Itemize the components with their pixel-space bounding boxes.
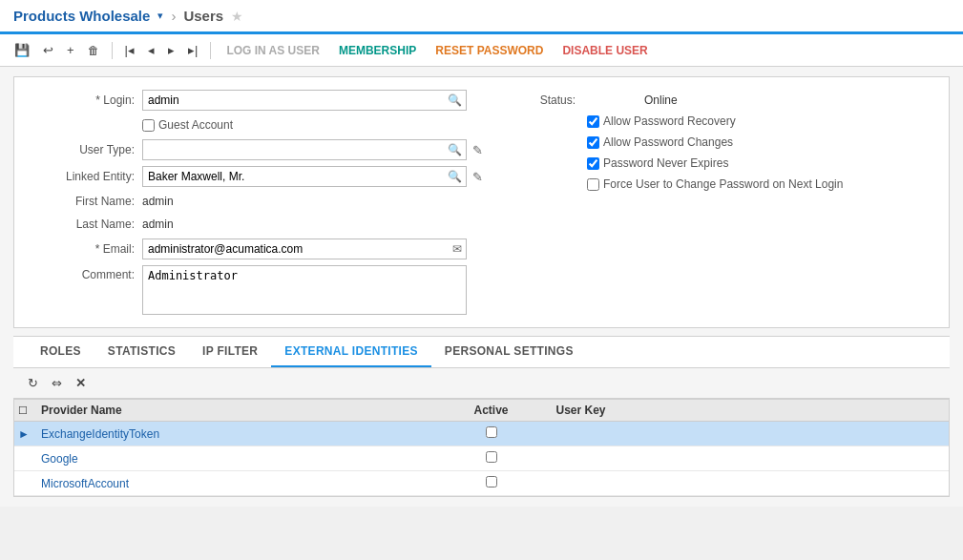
- password-never-expires-checkbox[interactable]: [587, 157, 599, 170]
- last-record-button[interactable]: ▸|: [183, 40, 202, 60]
- status-label: Status:: [511, 93, 587, 107]
- grid-selector-icon: ☐: [18, 404, 28, 416]
- grid-header-active: Active: [434, 404, 549, 417]
- top-bar: Products Wholesale ▾ › Users ★: [0, 0, 963, 34]
- linked-entity-input[interactable]: [143, 167, 444, 186]
- allow-password-changes-label[interactable]: Allow Password Changes: [603, 135, 733, 149]
- guest-account-label[interactable]: Guest Account: [158, 118, 233, 132]
- dropdown-arrow-icon[interactable]: ▾: [157, 10, 163, 22]
- add-icon: +: [67, 43, 74, 57]
- comment-textarea[interactable]: Administrator: [142, 265, 467, 315]
- row-active-checkbox-microsoft[interactable]: [486, 476, 497, 487]
- grid-fit-button[interactable]: ⇔: [47, 373, 67, 393]
- next-record-button[interactable]: ▸: [163, 40, 179, 60]
- first-record-button[interactable]: |◂: [120, 40, 139, 60]
- allow-password-changes-checkbox[interactable]: [587, 136, 599, 149]
- last-name-label: Last Name:: [28, 218, 142, 231]
- user-type-row: User Type: 🔍 ✎: [14, 136, 492, 163]
- grid-wrapper: ☐ Provider Name Active User Key ► Exchan…: [13, 399, 950, 497]
- fit-icon: ⇔: [52, 376, 62, 390]
- next-icon: ▸: [168, 43, 175, 57]
- grid-area: ☐ Provider Name Active User Key ► Exchan…: [13, 399, 950, 497]
- tab-personal-settings[interactable]: PERSONAL SETTINGS: [431, 337, 587, 367]
- row-active-microsoft: [434, 476, 549, 490]
- tab-statistics[interactable]: STATISTICS: [94, 337, 189, 367]
- table-row: Google: [14, 446, 949, 471]
- row-provider-exchange[interactable]: ExchangeIdentityToken: [33, 427, 434, 441]
- undo-icon: ↩: [43, 43, 53, 57]
- linked-entity-row: Linked Entity: 🔍 ✎: [14, 163, 492, 190]
- status-value: Online: [644, 93, 843, 107]
- force-change-password-checkbox[interactable]: [587, 178, 599, 191]
- tab-roles[interactable]: ROLES: [27, 337, 94, 367]
- tab-ip-filter[interactable]: IP FILTER: [189, 337, 271, 367]
- row-provider-google[interactable]: Google: [33, 452, 434, 466]
- row-active-checkbox-google[interactable]: [486, 451, 497, 463]
- reset-password-button[interactable]: RESET PASSWORD: [428, 41, 551, 60]
- tab-external-identities[interactable]: EXTERNAL IDENTITIES: [271, 337, 431, 367]
- force-change-password-label[interactable]: Force User to Change Password on Next Lo…: [603, 177, 843, 191]
- login-search-button[interactable]: 🔍: [444, 92, 466, 109]
- membership-button[interactable]: MEMBERSHIP: [331, 41, 424, 60]
- login-label: * Login:: [28, 93, 142, 107]
- separator: ›: [171, 8, 176, 24]
- form-two-col: * Login: 🔍 Guest Account: [14, 87, 949, 318]
- toolbar-divider-2: [210, 42, 211, 59]
- favorite-star-icon[interactable]: ★: [231, 9, 243, 24]
- linked-entity-input-wrapper: 🔍: [142, 166, 467, 187]
- email-send-button[interactable]: ✉: [449, 240, 466, 258]
- first-name-control: admin: [142, 195, 478, 208]
- grid-header-icon-col: ☐: [14, 404, 33, 417]
- main-content: * Login: 🔍 Guest Account: [0, 67, 963, 507]
- save-button[interactable]: 💾: [10, 40, 34, 60]
- login-as-user-button[interactable]: LOG IN AS USER: [219, 41, 327, 60]
- linked-entity-control: 🔍 ✎: [142, 166, 485, 187]
- row-active-google: [434, 451, 549, 466]
- password-never-expires-row: Password Never Expires: [587, 155, 843, 172]
- last-name-control: admin: [142, 218, 478, 231]
- undo-button[interactable]: ↩: [38, 40, 58, 60]
- table-row: ► ExchangeIdentityToken: [14, 422, 949, 446]
- grid-header-userkey: User Key: [549, 404, 950, 417]
- linked-entity-label: Linked Entity:: [28, 170, 142, 183]
- row-active-checkbox-exchange[interactable]: [486, 426, 497, 438]
- login-input[interactable]: [143, 91, 444, 110]
- user-type-control: 🔍 ✎: [142, 139, 485, 160]
- delete-button[interactable]: 🗑: [83, 40, 104, 60]
- grid-refresh-button[interactable]: ↻: [23, 373, 43, 393]
- first-icon: |◂: [125, 43, 135, 57]
- force-change-password-row: Force User to Change Password on Next Lo…: [587, 176, 843, 193]
- grid-header: ☐ Provider Name Active User Key: [14, 400, 949, 422]
- user-type-search-button[interactable]: 🔍: [444, 141, 466, 158]
- last-name-row: Last Name: admin: [14, 213, 492, 236]
- delete-icon: 🗑: [88, 44, 99, 57]
- email-control: ✉: [142, 239, 478, 259]
- prev-record-button[interactable]: ◂: [143, 40, 159, 60]
- password-never-expires-label[interactable]: Password Never Expires: [603, 156, 728, 170]
- email-input[interactable]: [143, 239, 449, 259]
- linked-entity-edit-button[interactable]: ✎: [471, 168, 485, 186]
- email-input-wrapper: ✉: [142, 239, 467, 259]
- user-type-edit-button[interactable]: ✎: [471, 141, 485, 159]
- user-type-input[interactable]: [143, 140, 444, 159]
- grid-header-provider: Provider Name: [33, 404, 434, 417]
- row-provider-microsoft[interactable]: MicrosoftAccount: [33, 477, 434, 490]
- allow-password-recovery-label[interactable]: Allow Password Recovery: [603, 114, 736, 128]
- linked-entity-search-button[interactable]: 🔍: [444, 168, 466, 185]
- status-section: Status: Online Allow Password Recovery A…: [511, 91, 930, 196]
- status-group: Online Allow Password Recovery Allow Pas…: [587, 93, 843, 193]
- add-button[interactable]: +: [62, 40, 79, 60]
- right-checkboxes: Allow Password Recovery Allow Password C…: [587, 113, 843, 193]
- save-icon: 💾: [14, 43, 30, 57]
- last-icon: ▸|: [188, 43, 198, 57]
- allow-password-changes-row: Allow Password Changes: [587, 134, 843, 151]
- row-arrow-icon: ►: [14, 427, 33, 441]
- grid-clear-button[interactable]: ✕: [71, 373, 91, 393]
- disable-user-button[interactable]: DISABLE USER: [555, 41, 655, 60]
- user-type-label: User Type:: [28, 143, 142, 156]
- guest-account-checkbox[interactable]: [142, 119, 155, 132]
- comment-control: Administrator: [142, 265, 478, 315]
- prev-icon: ◂: [148, 43, 155, 57]
- comment-label: Comment:: [28, 265, 142, 281]
- allow-password-recovery-checkbox[interactable]: [587, 115, 599, 128]
